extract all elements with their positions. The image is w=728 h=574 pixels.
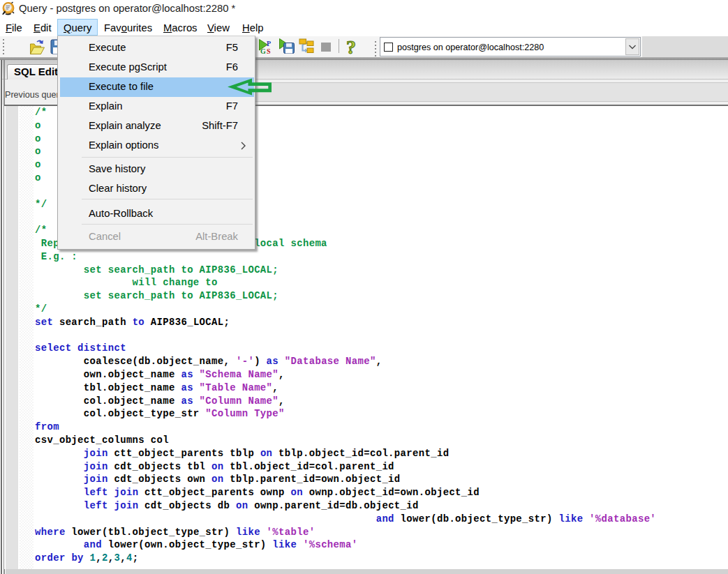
svg-text:?: ? [346, 37, 356, 56]
svg-text:S: S [267, 47, 271, 54]
svg-text:P: P [267, 40, 271, 47]
svg-text:G: G [260, 47, 266, 54]
